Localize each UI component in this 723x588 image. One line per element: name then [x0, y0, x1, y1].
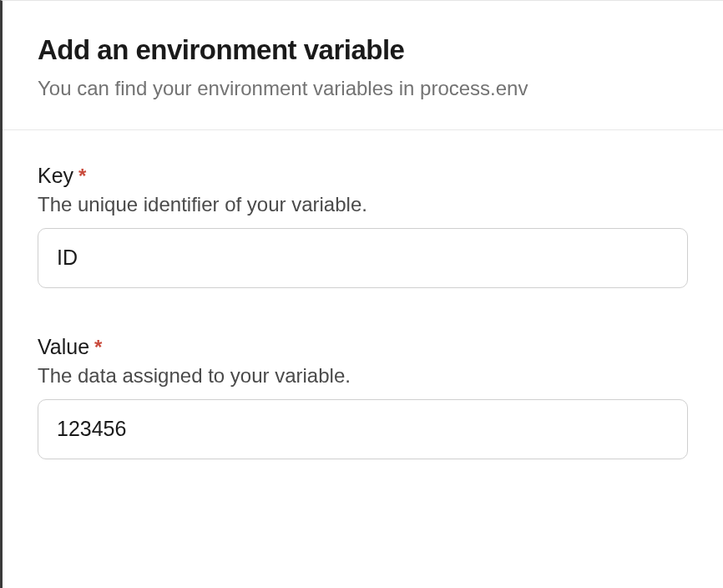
key-field-group: Key * The unique identifier of your vari…: [38, 164, 688, 288]
value-label-row: Value *: [38, 335, 688, 359]
form-header: Add an environment variable You can find…: [3, 1, 723, 130]
key-label-row: Key *: [38, 164, 688, 188]
page-title: Add an environment variable: [38, 34, 688, 66]
value-label: Value: [38, 335, 89, 359]
key-input[interactable]: [38, 228, 688, 288]
env-variable-form-panel: Add an environment variable You can find…: [0, 0, 723, 588]
value-field-group: Value * The data assigned to your variab…: [38, 335, 688, 459]
key-helper-text: The unique identifier of your variable.: [38, 193, 688, 216]
form-body: Key * The unique identifier of your vari…: [3, 130, 723, 459]
value-input[interactable]: [38, 399, 688, 459]
value-helper-text: The data assigned to your variable.: [38, 364, 688, 388]
required-indicator-icon: *: [78, 165, 86, 188]
key-label: Key: [38, 164, 73, 188]
page-subtitle: You can find your environment variables …: [38, 74, 688, 103]
required-indicator-icon: *: [94, 336, 102, 359]
